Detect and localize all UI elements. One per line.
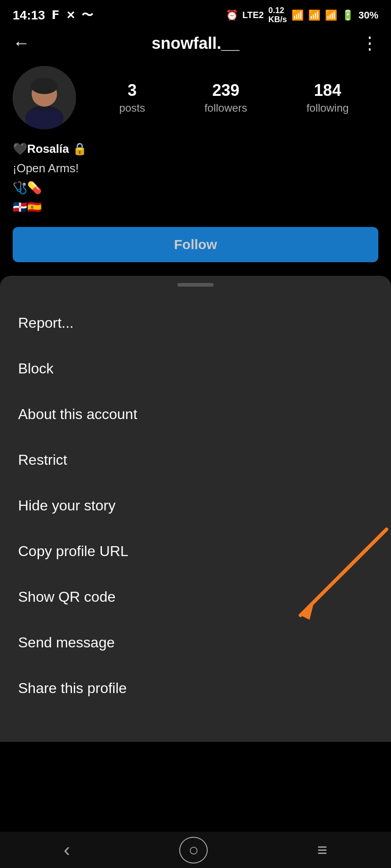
facebook-icon: 𝗙 [52,8,60,22]
stats-container: 3 posts 239 followers 184 following [90,81,378,114]
posts-label: posts [119,102,145,114]
nav-home-button[interactable]: ○ [179,837,208,863]
lte-label: LTE2 [243,10,264,20]
bio-line2: ¡Open Arms! [13,160,378,177]
menu-item-share-profile[interactable]: Share this profile [0,665,391,742]
avatar [13,66,76,129]
menu-item-hide-story[interactable]: Hide your story [0,483,391,528]
profile-stats-row: 3 posts 239 followers 184 following [13,66,378,129]
menu-item-block[interactable]: Block [0,346,391,392]
menu-item-copy-url[interactable]: Copy profile URL [0,528,391,574]
menu-item-restrict[interactable]: Restrict [0,437,391,483]
posts-count: 3 [128,81,137,100]
status-right: ⏰ LTE2 0.12KB/s 📶 📶 📶 🔋 30% [226,6,378,24]
bio-line1: 🖤Rosalía 🔒 [13,140,378,158]
follow-button[interactable]: Follow [13,227,378,262]
following-count: 184 [314,81,341,100]
menu-item-qr-code[interactable]: Show QR code [0,574,391,620]
signal2-icon: 📶 [325,9,337,21]
status-time: 14:13 [13,8,45,23]
bottom-nav: ‹ ○ ≡ [0,832,391,868]
status-left: 14:13 𝗙 ✕ 〜 [13,7,93,23]
followers-label: followers [205,102,248,114]
battery-icon: 🔋 [342,9,354,21]
x-icon: ✕ [66,9,75,22]
menu-item-report[interactable]: Report... [0,300,391,346]
following-stat[interactable]: 184 following [306,81,348,114]
profile-section: 3 posts 239 followers 184 following 🖤Ros… [0,61,391,271]
profile-username-title: snowfall.__ [152,34,239,53]
bottom-sheet: Report... Block About this account Restr… [0,276,391,742]
menu-item-send-message[interactable]: Send message [0,620,391,665]
top-nav: ← snowfall.__ ⋮ [0,29,391,61]
wifi-icon: 📶 [291,9,304,21]
followers-stat[interactable]: 239 followers [205,81,248,114]
avatar-svg [13,66,76,129]
back-button[interactable]: ← [13,33,30,53]
signal1-icon: 📶 [308,9,320,21]
alarm-icon: ⏰ [226,9,238,21]
speed-label: 0.12KB/s [268,6,287,24]
followers-count: 239 [212,81,239,100]
more-options-button[interactable]: ⋮ [361,33,378,53]
nav-back-button[interactable]: ‹ [46,835,88,865]
nav-menu-button[interactable]: ≡ [299,836,345,864]
posts-stat: 3 posts [119,81,145,114]
avatar-circle [13,66,76,129]
tilde-icon: 〜 [81,7,93,23]
battery-label: 30% [358,9,378,21]
following-label: following [306,102,348,114]
bio-line4: 🇩🇴🇪🇸 [13,198,378,216]
sheet-handle [177,283,214,287]
bio-line3: 🩺💊 [13,179,378,197]
svg-rect-4 [26,111,62,129]
menu-item-about[interactable]: About this account [0,392,391,437]
status-bar: 14:13 𝗙 ✕ 〜 ⏰ LTE2 0.12KB/s 📶 📶 📶 🔋 30% [0,0,391,29]
svg-point-3 [31,78,58,94]
bio-section: 🖤Rosalía 🔒 ¡Open Arms! 🩺💊 🇩🇴🇪🇸 [13,140,378,227]
